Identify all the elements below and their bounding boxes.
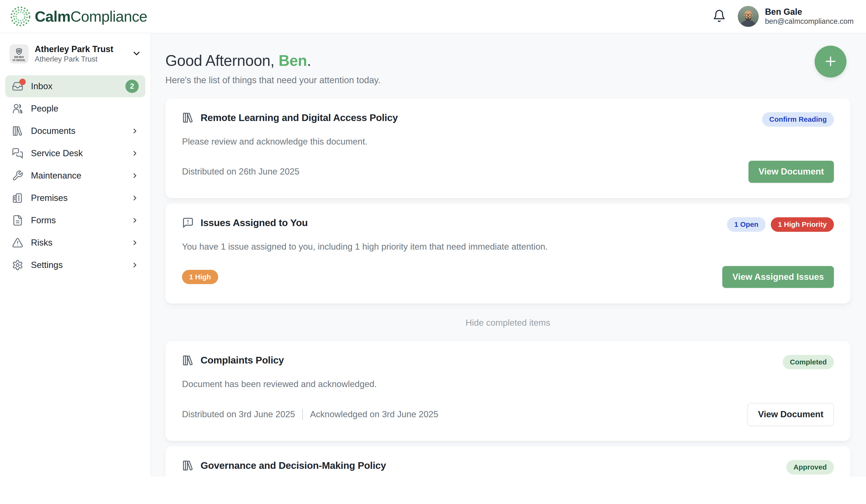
card-meta: Distributed on 3rd June 2025 Acknowledge… — [182, 409, 438, 420]
chat-bubbles-icon — [12, 148, 23, 159]
sidebar-item-label: Inbox — [31, 81, 53, 91]
bottom-strip — [0, 477, 866, 504]
org-subtitle: Atherley Park Trust — [35, 55, 113, 64]
org-shield-icon: DEMO SCHOOL — [10, 44, 29, 64]
greeting-user-name: Ben — [279, 52, 307, 69]
avatar — [738, 6, 759, 27]
sidebar-item-service-desk[interactable]: Service Desk — [5, 142, 145, 164]
sidebar-item-label: People — [31, 104, 58, 114]
library-icon — [182, 112, 194, 124]
brand-logo[interactable]: CalmCompliance — [10, 5, 147, 27]
card-title: Governance and Decision-Making Policy — [201, 460, 386, 471]
top-header: CalmCompliance — [0, 0, 866, 33]
chevron-right-icon — [131, 194, 139, 202]
document-icon — [12, 215, 23, 226]
main-content: Good Afternoon, Ben. Here's the list of … — [151, 33, 866, 477]
chevron-right-icon — [131, 150, 139, 157]
card-governance-policy: Governance and Decision-Making Policy Ap… — [165, 446, 851, 477]
status-badge: Approved — [786, 460, 834, 474]
sidebar-item-label: Maintenance — [31, 171, 81, 181]
sidebar-item-label: Settings — [31, 260, 63, 270]
inbox-count-badge: 2 — [125, 80, 139, 93]
sidebar: DEMO SCHOOL Atherley Park Trust Atherley… — [0, 33, 151, 477]
user-menu[interactable]: Ben Gale ben@calmcompliance.com — [738, 6, 854, 27]
library-icon — [182, 460, 194, 471]
chevron-right-icon — [131, 239, 139, 247]
brand-dotted-circle-icon — [10, 5, 31, 27]
user-name: Ben Gale — [765, 7, 854, 17]
inbox-icon — [12, 81, 23, 92]
add-button[interactable] — [814, 46, 846, 78]
card-title: Remote Learning and Digital Access Polic… — [201, 112, 398, 123]
sidebar-item-label: Forms — [31, 215, 56, 225]
high-priority-badge: 1 High Priority — [771, 217, 834, 232]
user-email: ben@calmcompliance.com — [765, 17, 854, 26]
hide-completed-toggle[interactable]: Hide completed items — [165, 318, 851, 328]
sidebar-item-risks[interactable]: Risks — [5, 232, 145, 254]
chevron-right-icon — [131, 261, 139, 269]
card-title: Issues Assigned to You — [201, 217, 308, 228]
view-document-button[interactable]: View Document — [748, 161, 834, 183]
chevron-down-icon — [132, 48, 142, 59]
wrench-icon — [12, 170, 23, 181]
status-badge: Completed — [783, 355, 834, 369]
meta-divider — [302, 409, 303, 420]
sidebar-item-label: Service Desk — [31, 148, 83, 158]
message-warning-icon — [182, 217, 194, 229]
priority-pill: 1 High — [182, 270, 218, 284]
card-complaints-policy: Complaints Policy Completed Document has… — [165, 341, 851, 441]
sidebar-item-premises[interactable]: Premises — [5, 187, 145, 209]
open-count-badge: 1 Open — [727, 217, 766, 232]
sidebar-item-documents[interactable]: Documents — [5, 120, 145, 142]
status-badge: Confirm Reading — [762, 112, 834, 127]
card-remote-learning-policy: Remote Learning and Digital Access Polic… — [165, 99, 851, 198]
building-icon — [12, 192, 23, 204]
view-document-button[interactable]: View Document — [747, 403, 834, 426]
sidebar-item-label: Documents — [31, 126, 75, 136]
page-subtitle: Here's the list of things that need your… — [165, 75, 851, 85]
card-description: Please review and acknowledge this docum… — [182, 136, 834, 148]
attention-list: Remote Learning and Digital Access Polic… — [165, 99, 851, 477]
header-right: Ben Gale ben@calmcompliance.com — [712, 6, 854, 27]
chevron-right-icon — [131, 127, 139, 135]
users-icon — [12, 103, 23, 114]
sidebar-item-label: Risks — [31, 238, 52, 248]
card-issues-assigned: Issues Assigned to You 1 Open 1 High Pri… — [165, 204, 851, 303]
card-title: Complaints Policy — [201, 355, 284, 366]
card-description: You have 1 issue assigned to you, includ… — [182, 241, 834, 253]
app-body: DEMO SCHOOL Atherley Park Trust Atherley… — [0, 33, 866, 477]
sidebar-item-label: Premises — [31, 193, 68, 203]
plus-icon — [823, 54, 838, 69]
card-meta: Distributed on 26th June 2025 — [182, 167, 300, 176]
library-icon — [12, 125, 23, 137]
sidebar-item-settings[interactable]: Settings — [5, 254, 145, 276]
brand-name: CalmCompliance — [35, 8, 147, 25]
view-assigned-issues-button[interactable]: View Assigned Issues — [722, 266, 834, 288]
sidebar-nav: Inbox 2 People — [5, 76, 145, 276]
notification-bell-icon[interactable] — [712, 9, 726, 24]
sidebar-item-maintenance[interactable]: Maintenance — [5, 165, 145, 187]
sidebar-item-forms[interactable]: Forms — [5, 209, 145, 231]
chevron-right-icon — [131, 217, 139, 224]
unread-dot — [19, 79, 26, 85]
sidebar-item-inbox[interactable]: Inbox 2 — [5, 76, 145, 97]
sidebar-item-people[interactable]: People — [5, 98, 145, 119]
page-title: Good Afternoon, Ben. — [165, 52, 851, 69]
org-name: Atherley Park Trust — [35, 44, 113, 55]
library-icon — [182, 354, 194, 366]
app-window: CalmCompliance — [0, 0, 866, 504]
org-switcher[interactable]: DEMO SCHOOL Atherley Park Trust Atherley… — [5, 41, 145, 66]
chevron-right-icon — [131, 172, 139, 180]
warning-triangle-icon — [12, 237, 23, 249]
card-description: Document has been reviewed and acknowled… — [182, 378, 834, 390]
gear-icon — [12, 259, 23, 271]
